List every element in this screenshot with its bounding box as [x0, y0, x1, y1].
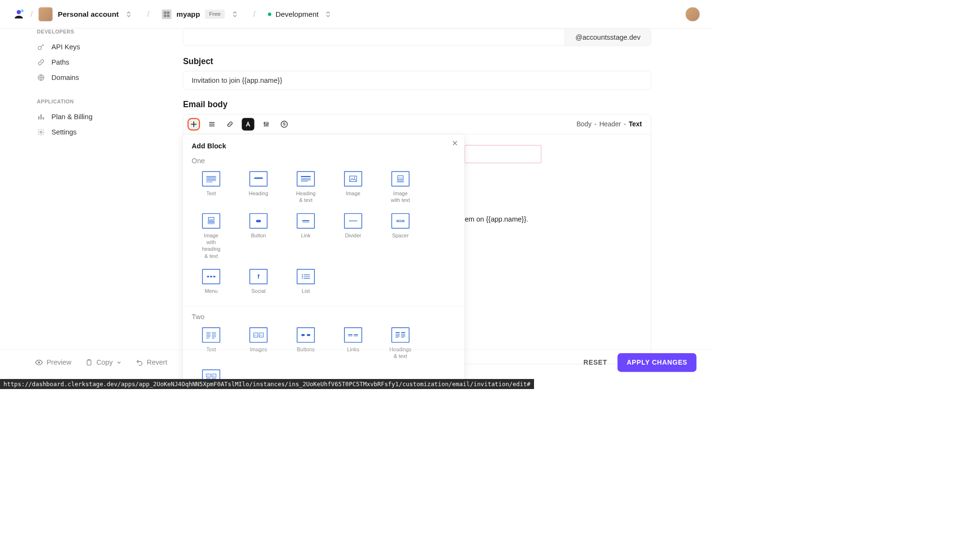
block-text[interactable]: Text: [200, 171, 223, 204]
popover-title: Add Block: [192, 142, 456, 150]
rows-button[interactable]: [206, 118, 218, 130]
popover-section-two: Two: [192, 313, 456, 321]
svg-rect-38: [354, 334, 358, 335]
footer-bar: Preview Copy Revert RESET APPLY CHANGES: [0, 349, 713, 375]
subject-input[interactable]: [183, 71, 651, 89]
account-selector[interactable]: Personal account: [38, 7, 131, 22]
block-image-text[interactable]: Image with text: [390, 171, 412, 204]
sidebar-item-plan-billing[interactable]: Plan & Billing: [37, 109, 132, 124]
block-menu[interactable]: Menu: [200, 269, 223, 294]
crumb-text[interactable]: Text: [629, 121, 642, 128]
block-spacer[interactable]: Spacer: [390, 213, 412, 259]
block-image-heading-text[interactable]: Image with heading & text: [200, 213, 223, 259]
popover-section-one: One: [192, 157, 456, 165]
block-social[interactable]: fSocial: [247, 269, 270, 294]
block-image[interactable]: Image: [342, 171, 365, 204]
account-avatar: [38, 7, 53, 22]
reset-button[interactable]: RESET: [583, 358, 607, 366]
svg-rect-8: [38, 116, 40, 120]
chevron-down-icon: [116, 359, 122, 365]
link-button[interactable]: [223, 118, 236, 130]
svg-point-32: [302, 278, 303, 279]
user-avatar[interactable]: [685, 7, 700, 22]
breadcrumb-sep: /: [253, 10, 255, 19]
svg-rect-19: [350, 176, 357, 182]
svg-point-14: [267, 123, 268, 124]
svg-rect-17: [254, 178, 262, 179]
block-grid-one: Text Heading Heading & text Image Image …: [192, 171, 456, 304]
sidebar-item-api-keys[interactable]: API Keys: [37, 39, 132, 55]
svg-rect-18: [301, 176, 311, 177]
clipboard-icon: [85, 358, 93, 366]
sidebar-item-paths[interactable]: Paths: [37, 55, 132, 70]
text-style-button[interactable]: [242, 118, 254, 130]
eye-icon: [35, 358, 43, 366]
environment-selector[interactable]: Development: [268, 10, 331, 18]
block-button[interactable]: Button: [247, 213, 270, 259]
block-heading-text[interactable]: Heading & text: [295, 171, 317, 204]
canvas-body-fragment[interactable]: em on {{app.name}}.: [465, 215, 528, 223]
svg-rect-34: [259, 333, 264, 337]
crumb-header[interactable]: Header: [599, 121, 621, 128]
block-link[interactable]: Link: [295, 213, 317, 259]
account-name: Personal account: [58, 10, 119, 18]
svg-point-43: [38, 361, 40, 363]
svg-rect-40: [401, 332, 405, 333]
svg-rect-35: [301, 334, 305, 336]
svg-rect-23: [208, 222, 215, 223]
main-content: @accountsstage.dev Subject Email body S: [183, 29, 651, 365]
gear-icon: [37, 128, 45, 136]
block-list[interactable]: List: [295, 269, 317, 294]
status-dot-icon: [268, 12, 271, 16]
svg-rect-33: [254, 333, 258, 337]
editor-breadcrumb: Body - Header - Text: [577, 121, 647, 128]
sidebar-heading-developers: DEVELOPERS: [37, 29, 132, 34]
from-local-input[interactable]: [183, 29, 565, 45]
svg-rect-4: [164, 14, 167, 17]
chevron-updown-icon: [230, 10, 237, 18]
sidebar: DEVELOPERS API Keys Paths Domains APPLIC…: [0, 29, 139, 140]
block-heading[interactable]: Heading: [247, 171, 270, 204]
svg-rect-10: [43, 117, 44, 120]
svg-rect-39: [396, 332, 400, 333]
svg-point-31: [302, 276, 303, 277]
svg-point-30: [302, 274, 303, 275]
svg-rect-36: [307, 334, 310, 336]
svg-rect-2: [164, 11, 167, 14]
svg-rect-3: [167, 11, 169, 14]
apply-changes-button[interactable]: APPLY CHANGES: [618, 353, 697, 372]
sidebar-item-domains[interactable]: Domains: [37, 70, 132, 85]
svg-point-0: [17, 10, 21, 14]
app-icon: [162, 9, 171, 19]
svg-rect-27: [210, 276, 212, 278]
globe-icon: [37, 73, 45, 81]
browser-statusbar: https://dashboard.clerkstage.dev/apps/ap…: [0, 379, 534, 389]
app-logo[interactable]: [12, 8, 25, 20]
svg-point-13: [266, 124, 267, 126]
svg-text:S: S: [283, 122, 286, 126]
svg-rect-45: [88, 359, 90, 361]
chart-icon: [37, 113, 45, 121]
svg-point-11: [40, 131, 42, 133]
app-selector[interactable]: myapp Free: [162, 9, 237, 19]
close-icon[interactable]: ✕: [452, 139, 458, 148]
chevron-updown-icon: [123, 10, 131, 18]
svg-rect-9: [40, 114, 42, 120]
sidebar-item-settings[interactable]: Settings: [37, 124, 132, 140]
add-block-button[interactable]: [188, 118, 200, 130]
svg-point-20: [354, 177, 355, 178]
svg-point-1: [21, 9, 24, 12]
copy-button[interactable]: Copy: [85, 358, 122, 367]
email-body-editor: S Body - Header - Text em on {{app.name}…: [183, 114, 651, 364]
email-body-label: Email body: [183, 100, 651, 109]
svg-rect-25: [302, 220, 310, 221]
variable-button[interactable]: S: [278, 118, 290, 130]
svg-rect-5: [167, 14, 169, 17]
revert-button[interactable]: Revert: [135, 358, 167, 367]
preview-button[interactable]: Preview: [35, 358, 71, 366]
subject-label: Subject: [183, 56, 651, 66]
crumb-body[interactable]: Body: [577, 121, 591, 128]
canvas-selection[interactable]: [465, 145, 541, 163]
sliders-button[interactable]: [260, 118, 272, 130]
block-divider[interactable]: Divider: [342, 213, 365, 259]
